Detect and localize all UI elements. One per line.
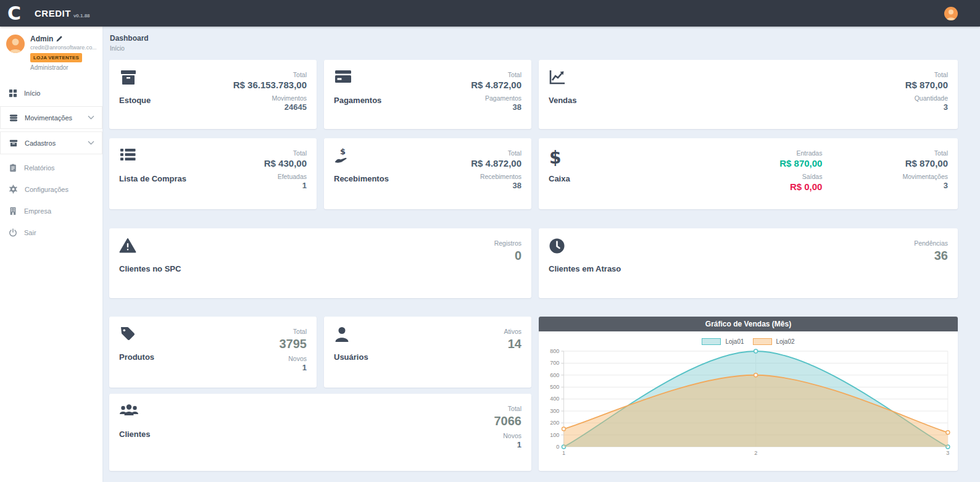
user-panel: Admin credit@anronsoftware.co... LOJA VE…	[0, 27, 102, 76]
sidebar-item-sair[interactable]: Sair	[0, 222, 102, 243]
card-vendas[interactable]: Vendas Total R$ 870,00 Quantidade 3	[539, 60, 958, 129]
stat-value: 0	[515, 247, 521, 264]
stat-value-saidas: R$ 0,00	[790, 181, 823, 193]
svg-text:300: 300	[550, 408, 559, 414]
card-usuarios[interactable]: Usuários Ativos 14	[324, 317, 531, 388]
chart-legend: Loja01 Loja02	[539, 338, 958, 345]
stat-value: R$ 430,00	[264, 157, 307, 170]
svg-text:500: 500	[550, 384, 559, 390]
card-clientes[interactable]: Clientes Total 7066 Novos 1	[109, 394, 531, 471]
stat-value: R$ 4.872,00	[471, 157, 521, 170]
dollar-icon: $	[549, 148, 570, 168]
svg-text:800: 800	[550, 348, 559, 354]
sidebar-item-relatorios[interactable]: Relatórios	[0, 157, 102, 178]
sidebar-accordion-movimentacoes: Movimentações	[0, 106, 102, 129]
svg-text:1: 1	[562, 450, 565, 456]
stat-value: 3795	[280, 336, 307, 352]
gear-icon	[9, 185, 18, 194]
users-icon	[119, 403, 151, 424]
svg-text:100: 100	[550, 432, 559, 438]
sidebar-item-cadastros[interactable]: Cadastros	[1, 132, 102, 154]
card-produtos[interactable]: Produtos Total 3795 Novos 1	[109, 317, 317, 388]
chevron-down-icon	[88, 141, 94, 145]
sidebar-user-avatar[interactable]	[6, 35, 25, 53]
user-icon	[334, 326, 368, 347]
clock-icon	[549, 238, 621, 259]
main-content: Dashboard Início Estoque Total R$ 36.153…	[102, 27, 980, 482]
legend-entry-loja02[interactable]: Loja02	[753, 338, 795, 345]
clipboard-icon	[9, 164, 17, 172]
legend-entry-loja01[interactable]: Loja01	[702, 338, 744, 345]
svg-text:400: 400	[550, 396, 559, 402]
card-lista-de-compras[interactable]: Lista de Compras Total R$ 430,00 Efetuad…	[109, 138, 317, 209]
power-icon	[9, 228, 17, 237]
svg-text:$: $	[549, 148, 561, 167]
sidebar-nav: Início Movimentações	[0, 82, 102, 243]
stat-value: 36	[934, 247, 948, 264]
sidebar: Admin credit@anronsoftware.co... LOJA VE…	[0, 27, 102, 482]
user-name: Admin	[30, 35, 53, 43]
stat-value: R$ 870,00	[905, 157, 948, 170]
card-caixa[interactable]: $ Caixa Entradas R$ 870,00 Saídas R$ 0,0…	[539, 138, 958, 209]
box-icon	[119, 69, 151, 90]
stat-value: R$ 870,00	[905, 79, 948, 91]
sidebar-item-movimentacoes[interactable]: Movimentações	[1, 107, 102, 128]
stat-value-entradas: R$ 870,00	[779, 157, 822, 170]
sidebar-item-empresa[interactable]: Empresa	[0, 200, 102, 222]
user-role: Administrador	[30, 64, 96, 71]
stat-value: R$ 4.872,00	[471, 79, 521, 91]
card-estoque[interactable]: Estoque Total R$ 36.153.783,00 Movimento…	[109, 60, 317, 129]
stat-value: 3	[944, 102, 948, 113]
chart-title: Gráfico de Vendas (Mês)	[539, 317, 958, 331]
stat-value: 38	[513, 181, 521, 191]
stat-value: 3	[944, 181, 948, 191]
sidebar-accordion-cadastros: Cadastros	[0, 131, 102, 154]
card-recebimentos[interactable]: $ Recebimentos Total R$ 4.872,00 Recebim…	[324, 138, 531, 209]
stat-value: 7066	[494, 413, 522, 429]
stat-value: 14	[508, 336, 521, 352]
app-logo: C	[7, 4, 21, 23]
stat-value: R$ 36.153.783,00	[233, 79, 307, 91]
app-version: v0.1.88	[73, 13, 90, 19]
database-icon	[9, 114, 18, 122]
app-name: CREDIT	[35, 8, 71, 19]
svg-text:$: $	[340, 148, 346, 156]
edit-profile-icon[interactable]	[56, 36, 62, 42]
list-icon	[119, 148, 186, 168]
card-pagamentos[interactable]: Pagamentos Total R$ 4.872,00 Pagamentos …	[324, 60, 531, 129]
stat-value: 1	[517, 440, 521, 451]
chevron-down-icon	[88, 115, 94, 120]
grid-icon	[9, 89, 17, 98]
hand-dollar-icon: $	[334, 148, 389, 168]
chart-line-icon	[549, 69, 577, 90]
breadcrumb[interactable]: Início	[110, 45, 958, 52]
stat-value: 1	[302, 363, 307, 373]
tag-icon	[119, 326, 154, 347]
svg-text:600: 600	[550, 372, 559, 378]
sales-chart: 0100200300400500600700800123	[541, 346, 954, 460]
person-icon	[944, 7, 958, 20]
card-clientes-no-spc[interactable]: Clientes no SPC Registros 0	[109, 228, 531, 298]
user-email: credit@anronsoftware.co...	[30, 44, 96, 51]
card-clientes-em-atraso[interactable]: Clientes em Atraso Pendências 36	[539, 228, 958, 298]
user-avatar[interactable]	[944, 7, 958, 20]
warning-icon	[119, 238, 181, 259]
sales-chart-card: Gráfico de Vendas (Mês) Loja01 Loja02 01…	[539, 317, 958, 471]
legend-swatch	[702, 338, 721, 345]
svg-text:700: 700	[550, 360, 559, 366]
legend-swatch	[753, 338, 772, 345]
sidebar-item-inicio[interactable]: Início	[0, 82, 102, 104]
stat-value: 24645	[284, 102, 307, 113]
credit-card-icon	[334, 69, 381, 90]
building-icon	[9, 207, 17, 215]
svg-text:2: 2	[754, 450, 757, 456]
person-icon	[6, 35, 25, 53]
svg-text:3: 3	[946, 450, 949, 456]
stat-value: 1	[302, 181, 307, 191]
svg-text:0: 0	[556, 444, 559, 450]
archive-icon	[9, 139, 18, 148]
sidebar-item-configuracoes[interactable]: Configurações	[0, 178, 102, 200]
stat-value: 38	[513, 102, 521, 113]
store-badge: LOJA VERTENTES	[30, 53, 82, 62]
page-title: Dashboard	[110, 34, 958, 43]
